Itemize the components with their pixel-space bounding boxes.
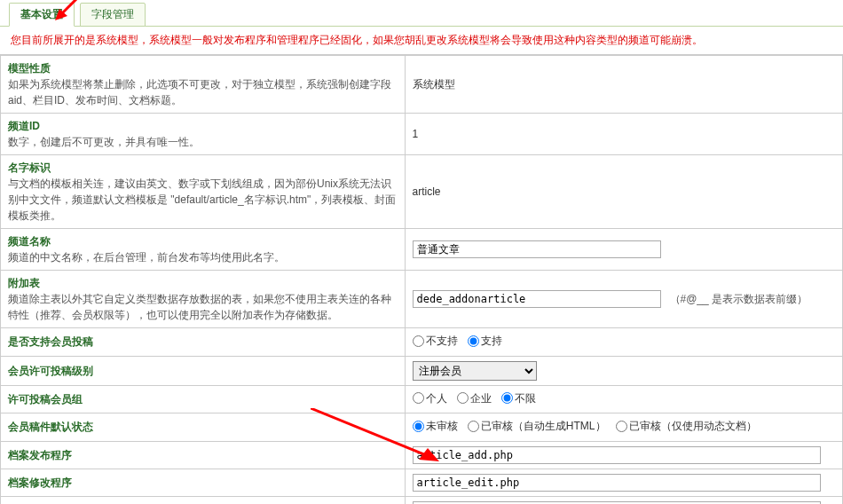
radio-usertype-personal[interactable] — [413, 392, 424, 404]
label-usertype: 许可投稿会员组 — [8, 393, 83, 406]
desc-nature: 如果为系统模型将禁止删除，此选项不可更改，对于独立模型，系统强制创建字段aid、… — [8, 78, 391, 106]
label-nature: 模型性质 — [8, 62, 51, 75]
label-cname: 频道名称 — [8, 235, 51, 248]
desc-nid: 与文档的模板相关连，建议由英文、数字或下划线组成，因为部份Unix系统无法识别中… — [8, 177, 396, 222]
radio-draft: 未审核 已审核（自动生成HTML） 已审核（仅使用动态文档） — [405, 413, 842, 442]
label-issend: 是否支持会员投稿 — [8, 335, 93, 348]
tab-basic[interactable]: 基本设置 — [9, 3, 75, 27]
tab-bar: 基本设置 字段管理 — [0, 2, 843, 27]
value-cid: 1 — [405, 114, 842, 155]
label-draft: 会员稿件默认状态 — [8, 421, 93, 433]
radio-issend-no[interactable] — [413, 335, 424, 347]
warning-text: 您目前所展开的是系统模型，系统模型一般对发布程序和管理程序已经固化，如果您胡乱更… — [0, 27, 843, 55]
desc-addtable: 频道除主表以外其它自定义类型数据存放数据的表，如果您不使用主表关连的各种特性（推… — [8, 293, 391, 321]
tab-fields[interactable]: 字段管理 — [80, 3, 146, 27]
value-nid: article — [405, 155, 842, 229]
input-cname[interactable] — [413, 240, 661, 258]
select-arcrank[interactable]: 注册会员 — [413, 361, 537, 381]
label-nid: 名字标识 — [8, 161, 51, 174]
radio-issend: 不支持 支持 — [405, 328, 842, 357]
form-table: 模型性质如果为系统模型将禁止删除，此选项不可更改，对于独立模型，系统强制创建字段… — [0, 55, 843, 504]
desc-cid: 数字，创建后不可更改，并具有唯一性。 — [8, 136, 200, 148]
radio-draft-1[interactable] — [468, 421, 479, 432]
hint-addtable: （#@__ 是表示数据表前缀） — [670, 293, 808, 305]
label-arcrank: 会员许可投稿级别 — [8, 365, 93, 377]
input-addtable[interactable] — [413, 290, 661, 308]
desc-cname: 频道的中文名称，在后台管理，前台发布等均使用此名字。 — [8, 251, 285, 264]
label-addtable: 附加表 — [8, 277, 40, 289]
label-cid: 频道ID — [8, 120, 40, 132]
radio-usertype-all[interactable] — [501, 392, 513, 404]
radio-issend-yes[interactable] — [468, 335, 479, 347]
input-editcon[interactable] — [413, 474, 821, 492]
radio-usertype-company[interactable] — [457, 392, 469, 404]
input-addcon[interactable] — [413, 446, 821, 464]
radio-draft-2[interactable] — [616, 421, 627, 432]
radio-usertype: 个人 企业 不限 — [405, 385, 842, 413]
value-nature: 系统模型 — [405, 56, 842, 114]
radio-draft-0[interactable] — [413, 421, 424, 432]
label-addcon: 档案发布程序 — [8, 449, 72, 461]
label-editcon: 档案修改程序 — [8, 476, 72, 489]
